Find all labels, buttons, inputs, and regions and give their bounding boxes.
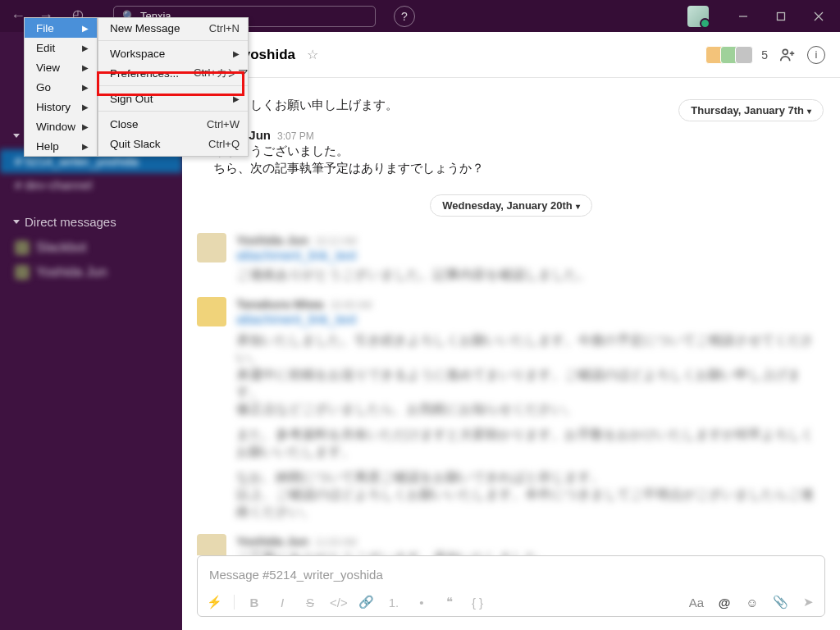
menu-close[interactable]: CloseCtrl+W <box>98 114 248 134</box>
send-button[interactable]: ➤ <box>800 595 816 609</box>
composer-toolbar: ⚡ B I S </> 🔗 1. • ❝ { } Aa @ ☺ 📎 ➤ <box>198 590 824 616</box>
member-count: 5 <box>761 48 768 62</box>
bold-icon[interactable]: B <box>246 596 262 609</box>
date-divider[interactable]: Thursday, January 7th▾ <box>678 99 824 121</box>
message: Yoshida Jun10:12 AM attachment_link_text… <box>236 233 825 284</box>
italic-icon[interactable]: I <box>274 596 290 609</box>
composer-area: Message #5214_writer_yoshida ⚡ B I S </>… <box>182 555 840 630</box>
message-time: 3:07 PM <box>277 130 314 142</box>
message-composer[interactable]: Message #5214_writer_yoshida ⚡ B I S </>… <box>197 555 825 617</box>
app-menu: File▶ Edit▶ View▶ Go▶ History▶ Window▶ H… <box>24 17 249 157</box>
channel-members[interactable]: 5 <box>709 46 768 64</box>
channel-pane: writer_yoshida ☆ 5 i 卒よろしくお願い申し上げます。 <box>182 32 840 630</box>
member-avatar <box>735 46 753 64</box>
emoji-icon[interactable]: ☺ <box>744 596 760 609</box>
help-icon[interactable]: ? <box>394 6 415 27</box>
menu-history[interactable]: History▶ <box>25 97 97 116</box>
menu-new-message[interactable]: New MessageCtrl+N <box>98 18 248 38</box>
message: Tanakura Miwa10:45 AM attachment_link_te… <box>236 297 825 521</box>
window-close[interactable] <box>801 4 837 29</box>
message: Yoshida Jun11:03 AM ご丁寧にありがとうございます。承知いたし… <box>236 534 825 555</box>
sidebar-dm-label: Direct messages <box>25 215 116 229</box>
format-icon[interactable]: Aa <box>688 596 705 609</box>
app-menu-col1: File▶ Edit▶ View▶ Go▶ History▶ Window▶ H… <box>24 17 98 157</box>
menu-preferences[interactable]: Preferences...Ctrl+カンマ <box>98 63 248 83</box>
sidebar-dm-item[interactable]: Slackbot <box>0 235 182 260</box>
attach-icon[interactable]: 📎 <box>772 595 788 609</box>
message-body: 卒よろしくお願い申し上げます。 <box>199 94 678 116</box>
sidebar-channel-item[interactable]: # dev-channel <box>0 173 182 197</box>
menu-edit[interactable]: Edit▶ <box>25 38 97 57</box>
message-avatar <box>197 534 226 555</box>
caret-down-icon <box>13 134 20 138</box>
composer-input[interactable]: Message #5214_writer_yoshida <box>198 556 824 590</box>
star-icon[interactable]: ☆ <box>307 47 318 62</box>
message-body: りがとうございました。 <box>213 144 664 159</box>
window-minimize[interactable] <box>725 4 761 29</box>
window-controls <box>725 4 840 29</box>
ol-icon[interactable]: 1. <box>386 596 402 609</box>
channel-header: writer_yoshida ☆ 5 i <box>182 32 840 78</box>
ul-icon[interactable]: • <box>413 596 430 609</box>
info-icon[interactable]: i <box>807 46 825 64</box>
message-avatar <box>197 297 226 326</box>
svg-rect-1 <box>778 12 785 20</box>
caret-down-icon <box>13 220 20 224</box>
mention-icon[interactable]: @ <box>716 596 733 609</box>
codeblock-icon[interactable]: { } <box>469 596 486 609</box>
sidebar-dm-header[interactable]: Direct messages <box>0 208 182 235</box>
lightning-icon[interactable]: ⚡ <box>206 595 222 609</box>
user-avatar[interactable] <box>687 6 709 27</box>
quote-icon[interactable]: ❝ <box>441 595 458 609</box>
menu-help[interactable]: Help▶ <box>25 136 97 156</box>
menu-window[interactable]: Window▶ <box>25 116 97 136</box>
add-user-button[interactable] <box>776 43 799 66</box>
message-avatar <box>197 233 226 262</box>
window-maximize[interactable] <box>763 4 799 29</box>
message-body: ちら、次の記事執筆予定はありますでしょうか？ <box>213 161 664 176</box>
menu-workspace[interactable]: Workspace▶ <box>98 43 248 63</box>
menu-go[interactable]: Go▶ <box>25 77 97 97</box>
svg-point-4 <box>783 49 788 54</box>
menu-file[interactable]: File▶ <box>25 18 97 38</box>
message-pane: 卒よろしくお願い申し上げます。 shida Jun 3:07 PM りがとうござ… <box>182 78 840 555</box>
message: shida Jun 3:07 PM りがとうございました。 ちら、次の記事執筆予… <box>199 125 678 180</box>
strike-icon[interactable]: S <box>302 596 318 609</box>
app-menu-col2: New MessageCtrl+N Workspace▶ Preferences… <box>98 17 249 157</box>
link-icon[interactable]: 🔗 <box>358 595 374 609</box>
date-divider[interactable]: Wednesday, January 20th▾ <box>430 194 591 217</box>
sidebar-dm-item[interactable]: Yoshida Jun <box>0 260 182 285</box>
menu-quit[interactable]: Quit SlackCtrl+Q <box>98 134 248 153</box>
code-icon[interactable]: </> <box>330 596 346 609</box>
menu-view[interactable]: View▶ <box>25 57 97 77</box>
menu-sign-out[interactable]: Sign Out▶ <box>98 89 248 108</box>
